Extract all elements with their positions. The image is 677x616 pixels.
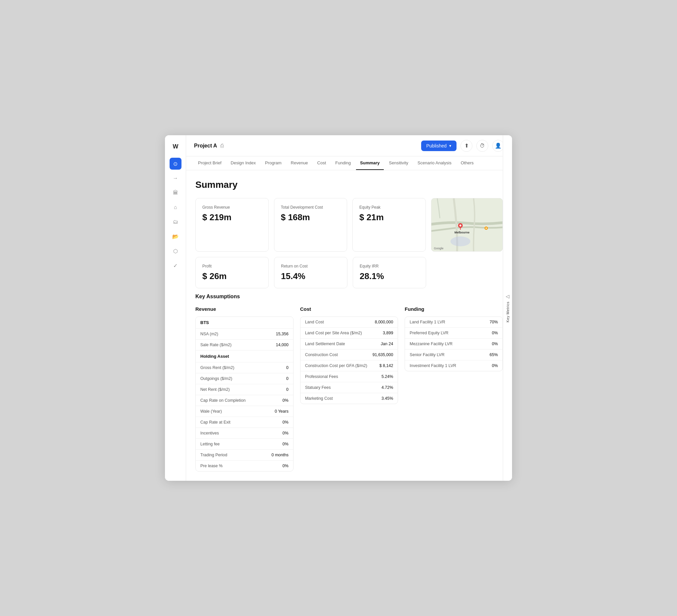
app-wrapper: W ⊙ → 🏛 ⌂ 🗂 📂 ⬡ ✓ Project A ⎙ Published … [165,135,512,481]
profit-label: Profit [202,264,262,268]
investment-facility-value: 0% [492,363,498,368]
table-row: Land Facility 1 LVR 70% [405,317,502,328]
map-card[interactable]: Map Satellite + − [431,198,503,252]
tab-design-index[interactable]: Design Index [227,157,260,170]
construction-gfa-label: Construction Cost per GFA ($/m2) [305,363,367,368]
main-content: Project A ⎙ Published ▾ ⬆ ⏱ 👤 [186,135,512,481]
sidebar-item-check[interactable]: ✓ [170,260,181,271]
key-metrics-label: Key Metrics [506,302,510,322]
key-metrics-toggle-icon[interactable]: ◁ [506,294,509,299]
land-settlement-label: Land Settlement Date [305,342,345,346]
tab-project-brief[interactable]: Project Brief [194,157,225,170]
total-dev-cost-label: Total Development Cost [281,205,341,210]
upload-button[interactable]: ⬆ [460,140,472,152]
svg-point-1 [450,236,470,246]
incentives-label: Incentives [200,431,219,435]
table-row: NSA (m2) 15,356 [196,329,293,340]
equity-peak-label: Equity Peak [359,205,419,210]
pre-lease-label: Pre lease % [200,464,222,468]
sidebar-item-briefcase[interactable]: 🗂 [170,216,181,228]
table-row: Land Cost 8,000,000 [301,317,398,328]
map-placeholder: Map Satellite + − [432,199,502,251]
sale-rate-label: Sale Rate ($/m2) [200,343,231,347]
equity-peak-value: $ 21m [359,212,419,223]
total-dev-cost-value: $ 168m [281,212,341,223]
senior-facility-label: Senior Facility LVR [410,352,444,357]
land-settlement-value: Jan 24 [381,342,393,346]
published-button[interactable]: Published ▾ [421,140,457,151]
table-row: Pre lease % 0% [196,460,293,471]
tab-sensitivity[interactable]: Sensitivity [385,157,412,170]
construction-cost-value: 91,635,000 [372,352,393,357]
sidebar-item-cube[interactable]: ⬡ [170,245,181,257]
table-row: Cap Rate at Exit 0% [196,417,293,428]
tab-funding[interactable]: Funding [331,157,355,170]
land-cost-site-label: Land Cost per Site Area ($/m2) [305,331,362,335]
equity-irr-label: Equity IRR [360,264,419,268]
user-icon: 👤 [495,142,501,149]
svg-text:Melbourne: Melbourne [454,231,469,234]
key-metrics-panel[interactable]: ◁ Key Metrics [503,135,512,481]
construction-cost-label: Construction Cost [305,352,338,357]
key-assumptions-title: Key Assumptions [195,294,503,300]
table-row: Incentives 0% [196,428,293,439]
sidebar: W ⊙ → 🏛 ⌂ 🗂 📂 ⬡ ✓ [165,135,186,481]
sidebar-item-house[interactable]: ⌂ [170,202,181,213]
sidebar-item-building[interactable]: 🏛 [170,187,181,199]
incentives-value: 0% [283,431,288,435]
marketing-cost-value: 3.45% [381,396,393,401]
letting-fee-value: 0% [283,442,288,446]
tab-summary[interactable]: Summary [356,157,383,170]
tab-revenue[interactable]: Revenue [287,157,312,170]
project-edit-icon[interactable]: ⎙ [221,143,224,149]
tab-scenario-analysis[interactable]: Scenario Analysis [413,157,455,170]
profit-value: $ 26m [202,271,262,281]
net-rent-value: 0 [286,387,288,392]
sidebar-item-home[interactable]: ⊙ [170,158,181,170]
published-label: Published [426,143,447,148]
page-title: Summary [195,180,503,190]
tab-cost[interactable]: Cost [313,157,330,170]
profit-card: Profit $ 26m [195,257,269,288]
pre-lease-value: 0% [283,464,288,468]
table-row: Gross Rent ($/m2) 0 [196,362,293,373]
senior-facility-value: 65% [490,352,498,357]
letting-fee-label: Letting fee [200,442,220,446]
revenue-col-header: Revenue [195,306,294,312]
land-facility-value: 70% [490,320,498,324]
google-label: Google [434,247,444,250]
table-row: Statuary Fees 4.72% [301,382,398,393]
net-rent-label: Net Rent ($/m2) [200,387,230,392]
gross-revenue-card: Gross Revenue $ 219m [195,198,269,252]
construction-gfa-value: $ 8,142 [379,363,393,368]
cost-col-header: Cost [300,306,398,312]
professional-fees-value: 5.24% [381,374,393,379]
table-row: Trading Period 0 months [196,450,293,460]
holding-asset-header: Holding Asset [196,350,293,362]
table-row: Letting fee 0% [196,439,293,450]
equity-peak-card: Equity Peak $ 21m [352,198,426,252]
revenue-table: BTS NSA (m2) 15,356 Sale Rate ($/m2) 14,… [195,316,294,472]
table-row: Land Settlement Date Jan 24 [301,339,398,350]
revenue-column: Revenue BTS NSA (m2) 15,356 Sale Rate ($… [195,306,294,472]
history-button[interactable]: ⏱ [476,140,488,152]
trading-period-label: Trading Period [200,453,227,457]
funding-column: Funding Land Facility 1 LVR 70% Preferre… [405,306,503,371]
content-area: Summary Gross Revenue $ 219m Total Devel… [186,170,512,481]
statuary-fees-value: 4.72% [381,385,393,390]
trading-period-value: 0 months [271,453,288,457]
tab-program[interactable]: Program [261,157,285,170]
tab-others[interactable]: Others [457,157,478,170]
table-row: Cap Rate on Completion 0% [196,395,293,406]
investment-facility-label: Investment Facility 1 LVR [410,363,456,368]
user-button[interactable]: 👤 [492,140,504,152]
gross-rent-label: Gross Rent ($/m2) [200,365,234,370]
header: Project A ⎙ Published ▾ ⬆ ⏱ 👤 [186,135,512,157]
sidebar-item-arrow[interactable]: → [170,172,181,184]
table-row: Construction Cost per GFA ($/m2) $ 8,142 [301,360,398,371]
clock-icon: ⏱ [480,143,485,149]
bts-header: BTS [196,317,293,329]
gross-revenue-label: Gross Revenue [202,205,262,210]
sidebar-item-folder[interactable]: 📂 [170,230,181,243]
land-cost-value: 8,000,000 [375,320,393,324]
